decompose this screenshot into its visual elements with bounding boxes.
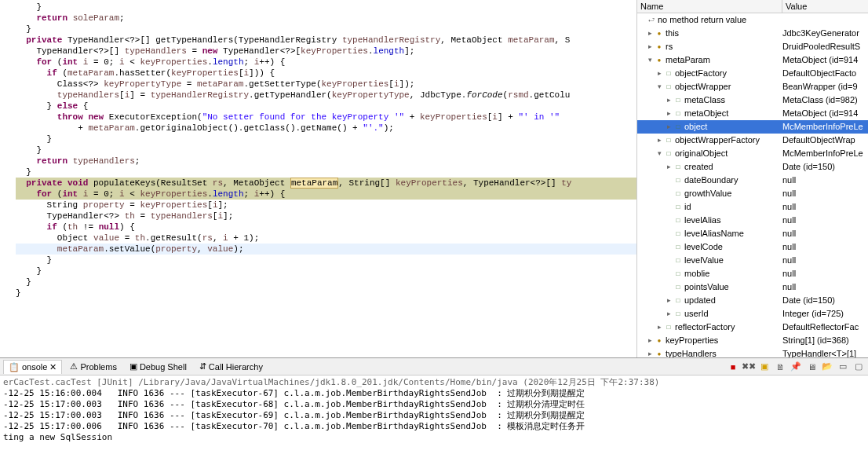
variable-row[interactable]: ●rsDruidPooledResultS: [637, 40, 868, 53]
field-icon: □: [673, 283, 683, 292]
code-line[interactable]: private void populateKeys(ResultSet rs, …: [16, 178, 636, 189]
pin-icon[interactable]: 📌: [790, 361, 802, 373]
hierarchy-icon: ⇵: [199, 361, 206, 372]
remove-all-icon[interactable]: ✖✖: [742, 361, 755, 373]
variable-row[interactable]: □levelCodenull: [637, 240, 868, 254]
expander-icon[interactable]: [666, 93, 672, 107]
code-line[interactable]: } else {: [16, 101, 636, 112]
variable-row[interactable]: □levelAliasnull: [637, 214, 868, 227]
expander-icon[interactable]: [666, 107, 672, 120]
close-icon[interactable]: ✕: [49, 362, 57, 372]
variable-row[interactable]: □metaObjectMetaObject (id=914: [637, 107, 868, 120]
variable-row[interactable]: □originalObjectMcMemberInfoPreLe: [637, 147, 868, 160]
variable-row[interactable]: □objectWrapperBeanWrapper (id=9: [637, 80, 868, 93]
variable-row[interactable]: ●thisJdbc3KeyGenerator: [637, 27, 868, 40]
var-value: DefaultReflectorFac: [782, 321, 868, 334]
variable-row[interactable]: □objectWrapperFactoryDefaultObjectWrap: [637, 134, 868, 147]
variable-row[interactable]: ●metaParamMetaObject (id=914: [637, 53, 868, 67]
variable-row[interactable]: □levelValuenull: [637, 254, 868, 267]
tab-call-hierarchy[interactable]: ⇵ Call Hierarchy: [195, 360, 268, 373]
code-line[interactable]: TypeHandler<?>[] typeHandlers = new Type…: [16, 46, 636, 57]
code-line[interactable]: Class<?> keyPropertyType = metaParam.get…: [16, 79, 636, 90]
expander-icon[interactable]: [666, 294, 672, 307]
code-line[interactable]: if (metaParam.hasSetter(keyProperties[i]…: [16, 68, 636, 79]
code-line[interactable]: private TypeHandler<?>[] getTypeHandlers…: [16, 35, 636, 46]
expander-icon[interactable]: [666, 307, 672, 321]
code-line[interactable]: for (int i = 0; i < keyProperties.length…: [16, 189, 636, 200]
code-line[interactable]: }: [16, 277, 636, 288]
tab-problems[interactable]: ⚠ Problems: [65, 360, 121, 373]
variables-panel[interactable]: Name Value ⮐ no method return value ●thi…: [637, 0, 868, 357]
var-value: MetaObject (id=914: [782, 107, 868, 120]
max-icon[interactable]: ▢: [852, 361, 865, 373]
code-line[interactable]: Object value = th.getResult(rs, i + 1);: [16, 233, 636, 244]
var-value: Integer (id=725): [782, 307, 868, 321]
open-icon[interactable]: 📂: [821, 361, 833, 373]
tab-debug-shell[interactable]: ▣ Debug Shell: [125, 360, 191, 373]
variable-row[interactable]: □updatedDate (id=150): [637, 294, 868, 307]
variable-row[interactable]: □moblienull: [637, 267, 868, 280]
code-line[interactable]: }: [16, 24, 636, 35]
code-line[interactable]: }: [16, 266, 636, 277]
min-icon[interactable]: ▭: [837, 361, 849, 373]
code-line[interactable]: typeHandlers[i] = typeHandlerRegistry.ge…: [16, 90, 636, 101]
scroll-lock-icon[interactable]: ▣: [758, 361, 771, 373]
var-name: rs: [666, 40, 673, 53]
bottom-console-panel: 📋 onsole ✕ ⚠ Problems ▣ Debug Shell ⇵ Ca…: [0, 357, 868, 458]
display-icon[interactable]: 🖥: [805, 361, 818, 373]
clear-icon[interactable]: 🗎: [774, 361, 786, 373]
code-line[interactable]: if (th != null) {: [16, 222, 636, 233]
variable-row[interactable]: □idnull: [637, 200, 868, 214]
expander-icon[interactable]: [656, 147, 662, 160]
expander-icon[interactable]: [656, 67, 662, 80]
variable-row[interactable]: □growthValuenull: [637, 187, 868, 200]
expander-icon[interactable]: [656, 80, 662, 93]
variable-row[interactable]: □userIdInteger (id=725): [637, 307, 868, 321]
variable-row[interactable]: ●typeHandlersTypeHandler<T>[1]: [637, 347, 868, 357]
code-line[interactable]: }: [16, 255, 636, 266]
variable-row[interactable]: □pointsValuenull: [637, 280, 868, 294]
code-line[interactable]: }: [16, 2, 636, 13]
variable-row[interactable]: □reflectorFactoryDefaultReflectorFac: [637, 321, 868, 334]
var-name: metaObject: [684, 107, 728, 120]
expander-icon[interactable]: [666, 120, 672, 134]
variable-row[interactable]: □objectFactoryDefaultObjectFacto: [637, 67, 868, 80]
code-line[interactable]: return typeHandlers;: [16, 156, 636, 167]
code-editor[interactable]: } return soleParam; } private TypeHandle…: [0, 0, 637, 357]
variable-row[interactable]: ●keyPropertiesString[1] (id=368): [637, 334, 868, 347]
expander-icon[interactable]: [647, 53, 653, 67]
code-line[interactable]: metaParam.setValue(property, value);: [16, 244, 636, 255]
console-output[interactable]: erCacTest.cacTest [JUnit] /Library/Java/…: [0, 376, 868, 458]
code-line[interactable]: throw new ExecutorException("No setter f…: [16, 112, 636, 123]
var-name: originalObject: [675, 147, 728, 160]
expander-icon[interactable]: [647, 334, 653, 347]
terminate-icon[interactable]: ■: [727, 361, 739, 373]
code-line[interactable]: return soleParam;: [16, 13, 636, 24]
var-value: McMemberInfoPreLe: [782, 147, 868, 160]
tab-console[interactable]: 📋 onsole ✕: [3, 360, 62, 374]
code-line[interactable]: TypeHandler<?> th = typeHandlers[i];: [16, 211, 636, 222]
code-line[interactable]: }: [16, 167, 636, 178]
code-line[interactable]: }: [16, 288, 636, 299]
variable-row[interactable]: □dateBoundarynull: [637, 174, 868, 187]
code-line[interactable]: String property = keyProperties[i];: [16, 200, 636, 211]
code-line[interactable]: + metaParam.getOriginalObject().getClass…: [16, 123, 636, 134]
variable-row[interactable]: □createdDate (id=150): [637, 160, 868, 174]
variable-row[interactable]: □levelAliasNamenull: [637, 227, 868, 240]
var-value: Jdbc3KeyGenerator: [782, 27, 868, 40]
expander-icon[interactable]: [666, 160, 672, 174]
expander-icon[interactable]: [647, 347, 653, 357]
expander-icon[interactable]: [656, 134, 662, 147]
variable-row[interactable]: □metaClassMetaClass (id=982): [637, 93, 868, 107]
warning-icon: ⚠: [70, 361, 78, 372]
variable-row[interactable]: □objectMcMemberInfoPreLe: [637, 120, 868, 134]
code-line[interactable]: for (int i = 0; i < keyProperties.length…: [16, 57, 636, 68]
field-icon: □: [664, 323, 673, 332]
expander-icon[interactable]: [656, 321, 662, 334]
code-line[interactable]: }: [16, 145, 636, 156]
var-value: MetaObject (id=914: [782, 53, 868, 67]
expander-icon[interactable]: [647, 40, 653, 53]
code-line[interactable]: }: [16, 134, 636, 145]
var-name: updated: [684, 294, 716, 307]
expander-icon[interactable]: [647, 27, 653, 40]
